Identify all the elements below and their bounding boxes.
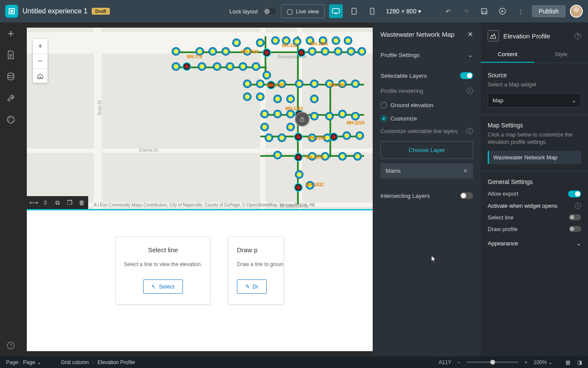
preview-button[interactable] <box>495 4 509 18</box>
svg-point-9 <box>9 118 10 119</box>
copy-icon[interactable]: ❐ <box>66 199 74 206</box>
width-tool-icon[interactable]: ⟷ <box>29 199 37 206</box>
page-value: Page <box>23 359 35 365</box>
select-line-label: Select line <box>488 214 514 221</box>
map-zoom-control: + − <box>33 39 48 83</box>
close-icon[interactable]: ✕ <box>467 30 473 38</box>
theme-button[interactable] <box>5 114 16 125</box>
data-panel-button[interactable] <box>5 71 16 82</box>
redo-button[interactable]: ↷ <box>459 4 473 18</box>
svg-point-10 <box>10 117 11 118</box>
map-settings-title: Map Settings <box>488 122 581 129</box>
home-extent-button[interactable] <box>33 68 48 83</box>
device-desktop-button[interactable] <box>329 4 343 18</box>
svg-rect-3 <box>335 13 337 14</box>
tab-style[interactable]: Style <box>534 47 588 63</box>
app-logo[interactable] <box>5 5 18 18</box>
grid-view-icon[interactable]: ▦ <box>566 359 570 365</box>
save-button[interactable] <box>477 4 491 18</box>
elevation-profile-widget[interactable]: Select line Select a line to view the el… <box>27 209 373 351</box>
appearance-label: Appearance <box>488 240 518 247</box>
draw-profile-label: Draw profile <box>488 226 518 232</box>
status-bar: Page: Page ⌄ Grid column › Elevation Pro… <box>0 356 588 368</box>
chevron-down-icon: ⌄ <box>576 240 581 247</box>
profile-settings-row[interactable]: Profile Settings ⌄ <box>373 47 481 63</box>
utilities-button[interactable] <box>5 92 16 104</box>
road-label: Testa Dr <box>97 100 102 116</box>
select-button[interactable]: ↖ Select <box>143 279 182 294</box>
svg-rect-6 <box>483 12 486 13</box>
info-icon[interactable]: i <box>575 203 581 209</box>
help-button[interactable]: ? <box>5 340 16 351</box>
ground-elevation-radio[interactable]: Ground elevation <box>373 98 481 112</box>
map-widget[interactable]: Encina Dr Sunnybrook Dr W Jefferson St T… <box>27 28 373 209</box>
selectable-layers-row: Selectable Layers <box>373 68 481 83</box>
info-icon[interactable]: i <box>467 128 473 134</box>
undo-button[interactable]: ↶ <box>441 4 455 18</box>
map-attribution: A | Esri Community Maps Contributors, Ci… <box>94 203 371 207</box>
user-avatar[interactable] <box>570 5 583 18</box>
select-value: Map <box>492 97 503 104</box>
zoom-text: 100% <box>534 359 547 365</box>
zoom-in-button[interactable]: + <box>33 39 48 54</box>
zoom-value[interactable]: 100% ⌄ <box>534 359 553 365</box>
more-menu-button[interactable]: ⋮ <box>514 4 527 18</box>
page-dropdown[interactable]: Page ⌄ <box>23 359 41 365</box>
zoom-in-sm-button[interactable]: + <box>524 359 527 365</box>
select-line-toggle[interactable] <box>569 214 581 220</box>
svg-rect-4 <box>352 8 356 14</box>
device-phone-button[interactable] <box>365 4 379 18</box>
draw-button-label: Dr <box>252 283 259 290</box>
source-hint: Select a Map widget <box>488 81 581 89</box>
height-tool-icon[interactable]: ⇳ <box>42 199 49 206</box>
zoom-out-button[interactable]: − <box>33 54 48 68</box>
panel-title: Wastewater Network Map <box>380 31 454 38</box>
help-icon[interactable]: ? <box>575 33 581 39</box>
activate-label: Activate when widget opens <box>488 203 557 209</box>
canvas[interactable]: Encina Dr Sunnybrook Dr W Jefferson St T… <box>27 28 373 351</box>
svg-rect-5 <box>371 8 374 14</box>
widget-title: Elevation Profile <box>503 32 570 40</box>
card-title: Select line <box>124 246 202 254</box>
manhole-label: MH-510 <box>282 43 297 48</box>
delete-icon[interactable]: 🗑 <box>78 199 86 206</box>
selectable-layers-toggle[interactable] <box>460 72 473 79</box>
customize-radio[interactable]: Customize <box>373 112 481 125</box>
tab-content[interactable]: Content <box>481 47 534 63</box>
allow-export-toggle[interactable] <box>568 190 581 197</box>
breadcrumb-item[interactable]: Elevation Profile <box>97 359 135 365</box>
duplicate-icon[interactable]: ⧉ <box>54 199 61 206</box>
lock-layout-toggle[interactable] <box>263 7 277 15</box>
svg-text:?: ? <box>10 343 12 348</box>
layout-view-icon[interactable]: ◨ <box>577 359 582 365</box>
manhole-label: MH-1032 <box>306 182 323 187</box>
appearance-row[interactable]: Appearance ⌄ <box>488 240 581 247</box>
live-view-button[interactable]: ◯ Live view <box>281 4 324 18</box>
draw-button[interactable]: ✎ Dr <box>237 279 267 294</box>
remove-chip-icon[interactable]: ✕ <box>463 168 468 174</box>
map-widget-select[interactable]: Map ⌄ <box>488 93 581 108</box>
experience-title[interactable]: Untitled experience 1 <box>22 7 87 15</box>
map-settings-hint: Click a map below to customize the eleva… <box>488 131 581 146</box>
draw-profile-toggle[interactable] <box>569 226 581 232</box>
radio-icon <box>380 115 387 122</box>
device-tablet-button[interactable] <box>347 4 361 18</box>
a11y-label[interactable]: A11Y <box>439 359 451 365</box>
info-icon[interactable]: i <box>467 88 473 94</box>
svg-point-12 <box>9 120 10 121</box>
add-widget-button[interactable]: + <box>5 28 16 39</box>
manhole-label: MH-1321 <box>285 106 303 111</box>
page-panel-button[interactable] <box>5 49 16 60</box>
select-line-card: Select line Select a line to view the el… <box>115 236 211 305</box>
svg-point-8 <box>8 73 14 76</box>
map-config-chip[interactable]: Wastewater Network Map <box>488 151 581 164</box>
choose-layer-button[interactable]: Choose Layer <box>380 141 473 159</box>
breadcrumb-item[interactable]: Grid column <box>61 359 89 365</box>
manhole-label: MH-779 <box>187 54 202 59</box>
intersecting-layers-toggle[interactable] <box>460 192 473 199</box>
publish-button[interactable]: Publish <box>532 5 566 17</box>
zoom-slider[interactable] <box>467 362 518 363</box>
canvas-dimensions[interactable]: 1280 × 800 ▾ <box>386 8 421 15</box>
profile-rendering-label: Profile rendering <box>380 88 423 94</box>
zoom-out-sm-button[interactable]: − <box>457 359 460 365</box>
